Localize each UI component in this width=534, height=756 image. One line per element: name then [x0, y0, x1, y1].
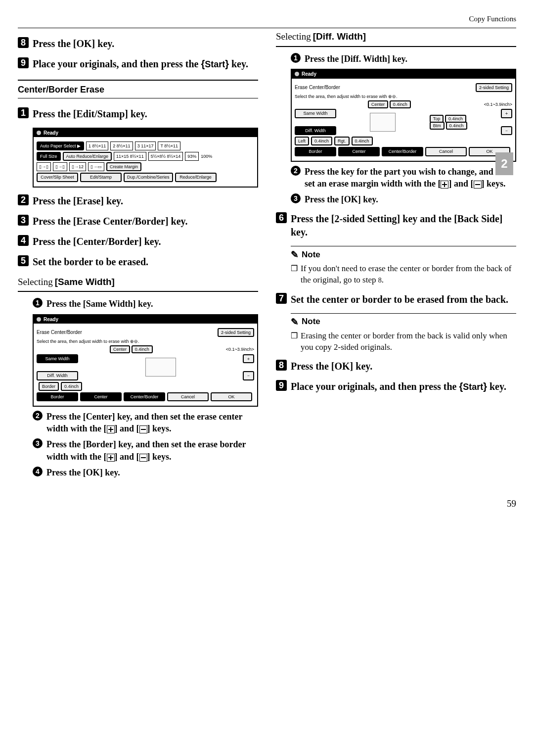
- right-column: Selecting [Diff. Width] 1Press the [Diff…: [276, 30, 516, 400]
- pencil-icon-2: ✎: [291, 316, 299, 329]
- ss1-createmargin[interactable]: Create Margin: [106, 162, 141, 171]
- pencil-icon: ✎: [291, 248, 299, 261]
- cbe-step-4: 4Press the [Center/Border] key.: [18, 235, 258, 248]
- ss2-bot-border[interactable]: Border: [37, 392, 78, 401]
- ss3-bot-center[interactable]: Center: [338, 147, 380, 156]
- ss3-rgt-v: 0.4inch: [352, 137, 373, 145]
- header-divider: [18, 28, 516, 28]
- ss1-100: 100%: [201, 153, 212, 159]
- screenshot-diff-width: Ready Erase Center/Border 2-sided Settin…: [291, 69, 516, 161]
- ss1-pct: 93%: [185, 152, 199, 161]
- ss3-left[interactable]: Left: [295, 137, 309, 145]
- ss1-editstamp[interactable]: Edit/Stamp: [80, 173, 122, 182]
- ss3-center-btn[interactable]: Center: [368, 100, 388, 108]
- section-title-cbe: Center/Border Erase: [18, 84, 258, 95]
- dw-step-1: 1Press the [Diff. Width] key.: [291, 53, 516, 65]
- step-8-text: Press the [OK] key.: [33, 37, 114, 50]
- note2-text: Erasing the center or border from the ba…: [301, 331, 516, 353]
- ss1-reduce[interactable]: Reduce/Enlarge: [175, 173, 217, 182]
- ss1-combo1[interactable]: ▯→▯: [37, 162, 51, 171]
- r-s6-text: Press the [2-sided Setting] key and the …: [291, 212, 516, 239]
- ss3-plus[interactable]: ＋: [501, 109, 512, 118]
- ss3-left-v: 0.4inch: [311, 137, 332, 145]
- center-border-erase-section: Center/Border Erase: [18, 80, 258, 98]
- ss2-minus[interactable]: －: [243, 371, 254, 380]
- cbe-step-3: 3Press the [Erase Center/Border] key.: [18, 215, 258, 228]
- sw-step-2: 2 Press the [Center] key, and then set t…: [33, 411, 258, 435]
- step-8: 8 Press the [OK] key.: [18, 37, 258, 50]
- step-9: 9 Place your originals, and then press t…: [18, 57, 258, 71]
- r-step-9: 9 Place your originals, and then press t…: [276, 380, 516, 393]
- ss2-plus[interactable]: ＋: [243, 354, 254, 363]
- cbe-step-2: 2Press the [Erase] key.: [18, 194, 258, 208]
- cbe-step1-text: Press the [Edit/Stamp] key.: [33, 107, 147, 121]
- ss3-rgt[interactable]: Rgt.: [334, 137, 350, 145]
- cbe-s2-text: Press the [Erase] key.: [33, 194, 123, 208]
- same-width-heading: Selecting [Same Width]: [18, 276, 258, 288]
- ss1-autopaper[interactable]: Auto Paper Select ▶: [37, 142, 84, 150]
- ss1-coverslip[interactable]: Cover/Slip Sheet: [37, 173, 78, 182]
- dw-step-2: 2 Press the key for the part you wish to…: [291, 166, 516, 190]
- ss3-center-val: 0.4inch: [390, 100, 411, 108]
- ss2-bot-ok[interactable]: OK: [211, 392, 252, 401]
- ss1-fullsize[interactable]: Full Size: [37, 152, 61, 161]
- ss3-diffwidth[interactable]: Diff. Width: [295, 126, 336, 135]
- sw-step-4: 4Press the [OK] key.: [33, 467, 258, 478]
- sw-step-3: 3 Press the [Border] key, and then set t…: [33, 438, 258, 463]
- ss1-tray4[interactable]: T 8½×11: [158, 142, 180, 150]
- ss1-combo2[interactable]: ▯→▯: [53, 162, 67, 171]
- ss1-ready: Ready: [44, 130, 58, 137]
- cbe-s4-text: Press the [Center/Border] key.: [33, 235, 161, 248]
- ss2-diffwidth[interactable]: Diff. Width: [37, 371, 78, 380]
- page-number: 59: [18, 497, 516, 510]
- ss3-samewidth[interactable]: Same Width: [295, 109, 336, 118]
- ss1-ratio2[interactable]: 5½×8½ 8½×14: [148, 152, 183, 161]
- ss3-bot-cancel[interactable]: Cancel: [425, 147, 467, 156]
- ss3-bot-border[interactable]: Border: [295, 147, 336, 156]
- sw-s1-text: Press the [Same Width] key.: [46, 298, 153, 310]
- sw-s3-text: Press the [Border] key, and then set the…: [46, 438, 258, 463]
- dw-step-3: 3Press the [OK] key.: [291, 193, 516, 205]
- sw-s2-text: Press the [Center] key, and then set the…: [46, 411, 258, 435]
- left-column: 8 Press the [OK] key. 9 Place your origi…: [18, 30, 258, 482]
- ss2-border-btn[interactable]: Border: [39, 382, 59, 391]
- ss2-preview: [145, 358, 176, 377]
- ss1-combo4[interactable]: ▯→▭: [88, 162, 104, 171]
- cbe-s5-text: Set the border to be erased.: [33, 255, 148, 269]
- ss3-minus[interactable]: －: [501, 126, 512, 135]
- chapter-tab: 2: [495, 152, 513, 175]
- ss1-tray1[interactable]: 1 8½×11: [86, 142, 108, 150]
- ss1-ratio1[interactable]: 11×15 8½×11: [114, 152, 146, 161]
- ss3-bot-cb[interactable]: Center/Border: [382, 147, 423, 156]
- ss3-range: <0.1~3.9inch>: [484, 101, 512, 107]
- r-step-8: 8Press the [OK] key.: [276, 360, 516, 373]
- page-header-title: Copy Functions: [18, 14, 516, 24]
- ss1-combo3[interactable]: ▯→12: [69, 162, 86, 171]
- ss2-bot-cancel[interactable]: Cancel: [167, 392, 209, 401]
- r-step-7: 7Set the center or border to be erased f…: [276, 293, 516, 306]
- ss2-bot-center[interactable]: Center: [80, 392, 122, 401]
- ss3-btm[interactable]: Btm: [430, 122, 445, 130]
- ss2-2sided[interactable]: 2-sided Setting: [218, 328, 254, 337]
- cbe-s3-text: Press the [Erase Center/Border] key.: [33, 215, 187, 228]
- screenshot-edit-stamp: Ready Auto Paper Select ▶ 1 8½×11 2 8½×1…: [33, 128, 258, 188]
- r-s7-text: Set the center or border to be erased fr…: [291, 293, 508, 306]
- ss2-center-btn[interactable]: Center: [110, 345, 130, 353]
- note1-heading: Note: [302, 249, 320, 261]
- ss2-instr: Select the area, then adjust width to er…: [37, 338, 254, 344]
- ss2-center-val: 0.4inch: [132, 345, 153, 353]
- ss2-range: <0.1~3.9inch>: [226, 346, 254, 352]
- ss1-autoreduce[interactable]: Auto Reduce/Enlarge: [63, 152, 112, 161]
- ss1-tray2[interactable]: 2 8½×11: [110, 142, 133, 150]
- ss3-2sided[interactable]: 2-sided Setting: [476, 83, 512, 92]
- ss1-dup[interactable]: Dup./Combine/Series: [124, 173, 173, 182]
- r-step-6: 6Press the [2-sided Setting] key and the…: [276, 212, 516, 239]
- ss2-bot-cb[interactable]: Center/Border: [124, 392, 165, 401]
- r-s8-text: Press the [OK] key.: [291, 360, 372, 373]
- ss1-tray3[interactable]: 3 11×17: [135, 142, 156, 150]
- dw-s2-text: Press the key for the part you wish to c…: [305, 166, 516, 190]
- ss3-instr: Select the area, then adjust width to er…: [295, 94, 512, 99]
- ss2-samewidth[interactable]: Same Width: [37, 354, 78, 363]
- ss2-title: Erase Center/Border: [37, 329, 82, 336]
- ss3-ready: Ready: [302, 71, 316, 78]
